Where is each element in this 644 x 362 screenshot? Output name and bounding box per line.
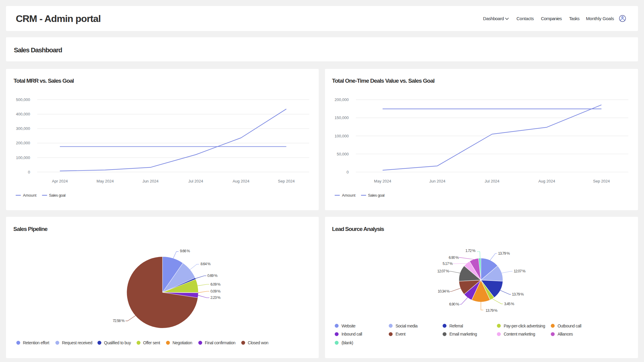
svg-text:Email marketing: Email marketing (449, 332, 477, 336)
svg-text:Apr 2024: Apr 2024 (52, 179, 68, 183)
svg-text:Inbound call: Inbound call (342, 332, 362, 336)
svg-text:12.07 %: 12.07 % (437, 269, 449, 273)
svg-text:Closed won: Closed won (248, 340, 268, 345)
svg-text:Negotiation: Negotiation (172, 340, 192, 345)
svg-text:Retention effort: Retention effort (23, 340, 49, 345)
svg-text:0.69 %: 0.69 % (207, 274, 218, 278)
svg-text:1.72 %: 1.72 % (465, 249, 475, 253)
svg-text:10.34 %: 10.34 % (438, 289, 450, 293)
svg-text:Offer sent: Offer sent (143, 340, 160, 345)
svg-text:72.58 %: 72.58 % (113, 319, 124, 323)
svg-text:Referral: Referral (449, 324, 463, 328)
svg-text:200,000: 200,000 (335, 97, 349, 102)
svg-text:Social media: Social media (395, 324, 418, 328)
svg-text:Qualified to buy: Qualified to buy (104, 340, 131, 345)
svg-text:Jun 2024: Jun 2024 (142, 179, 159, 183)
svg-text:8.64 %: 8.64 % (200, 262, 211, 266)
svg-text:50,000: 50,000 (337, 152, 349, 156)
svg-text:12.07 %: 12.07 % (514, 269, 525, 273)
svg-text:6.90 %: 6.90 % (449, 302, 459, 306)
svg-text:100,000: 100,000 (16, 155, 30, 160)
svg-text:May 2024: May 2024 (374, 179, 391, 183)
svg-text:Amount: Amount (342, 193, 355, 198)
svg-text:13.79 %: 13.79 % (486, 308, 497, 313)
svg-text:200,000: 200,000 (16, 141, 30, 145)
svg-text:100,000: 100,000 (335, 133, 349, 138)
svg-text:Jun 2024: Jun 2024 (429, 179, 445, 183)
svg-text:Amount: Amount (23, 193, 36, 198)
svg-text:May 2024: May 2024 (97, 179, 114, 183)
svg-text:Request received: Request received (62, 340, 92, 345)
svg-text:Event: Event (395, 332, 406, 336)
svg-text:Sales goal: Sales goal (49, 193, 66, 198)
svg-text:Aug 2024: Aug 2024 (233, 179, 249, 183)
svg-text:5.17 %: 5.17 % (443, 262, 453, 266)
svg-text:Website: Website (342, 324, 356, 328)
svg-text:Jul 2024: Jul 2024 (485, 179, 499, 183)
svg-text:Outbound call: Outbound call (558, 324, 581, 328)
svg-text:Content marketing: Content marketing (504, 332, 535, 336)
svg-text:Sales goal: Sales goal (368, 193, 385, 198)
svg-text:13.79 %: 13.79 % (498, 251, 510, 256)
svg-text:Final confirmation: Final confirmation (205, 340, 236, 345)
svg-text:0: 0 (346, 170, 348, 174)
svg-text:150,000: 150,000 (335, 115, 349, 120)
svg-text:Sep 2024: Sep 2024 (278, 179, 295, 183)
svg-text:500,000: 500,000 (16, 97, 30, 102)
svg-text:(blank): (blank) (342, 340, 353, 345)
svg-text:2.23 %: 2.23 % (210, 296, 221, 300)
svg-text:Alliances: Alliances (558, 332, 573, 336)
svg-text:Aug 2024: Aug 2024 (538, 179, 555, 183)
svg-text:6.09 %: 6.09 % (210, 282, 221, 287)
svg-text:Jul 2024: Jul 2024 (188, 179, 203, 183)
svg-text:Sep 2024: Sep 2024 (593, 179, 610, 183)
svg-text:13.79 %: 13.79 % (512, 292, 524, 296)
svg-text:400,000: 400,000 (16, 112, 30, 116)
svg-text:Pay-per-click advertising: Pay-per-click advertising (504, 324, 545, 328)
svg-text:0.09 %: 0.09 % (210, 289, 221, 293)
svg-text:3.45 %: 3.45 % (504, 302, 514, 306)
svg-text:9.66 %: 9.66 % (180, 249, 190, 253)
svg-text:6.90 %: 6.90 % (449, 256, 459, 260)
svg-text:300,000: 300,000 (16, 126, 30, 131)
svg-text:0: 0 (28, 170, 30, 174)
